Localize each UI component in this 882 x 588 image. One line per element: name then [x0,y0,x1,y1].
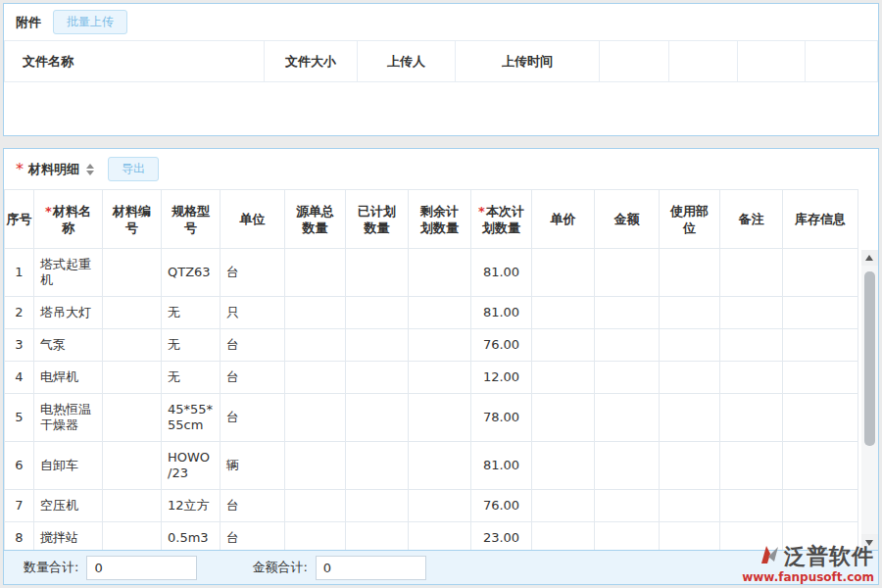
material-cell: 气泵 [34,329,103,362]
material-table-row[interactable]: 5电热恒温干燥器45*55*55cm台78.00 [5,394,858,442]
material-cell [285,522,346,551]
vendor-brand-name: 泛普软件 [784,542,874,571]
material-cell [783,249,858,297]
material-detail-panel: * 材料明细 导出 序号 *材料名称 材料编号 规格型号 [3,148,879,585]
material-table-row[interactable]: 6自卸车HOWO/23辆81.00 [5,442,858,490]
material-cell [720,490,783,522]
col-header-empty-3 [738,41,806,82]
material-cell [532,522,595,551]
material-cell: 搅拌站 [34,522,103,551]
material-cell [285,442,346,490]
attachment-panel-header: 附件 批量上传 [4,4,878,40]
material-cell [285,394,346,442]
material-cell: 2 [5,297,34,329]
page: 附件 批量上传 文件名称 文件大小 上传人 上传时间 [0,0,882,588]
export-button[interactable]: 导出 [108,157,159,181]
material-cell [409,490,471,522]
col-header-file-size: 文件大小 [265,41,358,82]
material-cell [346,329,409,362]
material-cell [720,394,783,442]
material-table-row[interactable]: 2塔吊大灯无只81.00 [5,297,858,329]
material-cell [103,249,162,297]
attachment-table: 文件名称 文件大小 上传人 上传时间 [4,40,878,82]
material-table-row[interactable]: 4电焊机无台12.00 [5,362,858,394]
batch-upload-button[interactable]: 批量上传 [53,10,127,34]
col-header-empty-2 [669,41,738,82]
material-table-row[interactable]: 8搅拌站0.5m3台23.00 [5,522,858,551]
vendor-watermark: 泛普软件 www.fanpusoft.com [742,542,874,584]
material-header-row: 序号 *材料名称 材料编号 规格型号 单位 源单总数量 已计划数量 剩余计划数量… [5,190,858,249]
material-cell [595,394,660,442]
material-cell [783,297,858,329]
amount-total-input[interactable] [316,556,426,580]
material-cell [532,394,595,442]
material-cell: 5 [5,394,34,442]
material-cell: 台 [220,394,285,442]
material-cell: 空压机 [34,490,103,522]
material-cell [346,442,409,490]
col-header-current-plan-qty: *本次计划数量 [471,190,532,249]
scroll-up-icon[interactable] [861,250,878,266]
material-cell [660,442,720,490]
attachment-header-row: 文件名称 文件大小 上传人 上传时间 [5,41,878,82]
material-cell [409,329,471,362]
material-cell [285,297,346,329]
col-header-planned-qty: 已计划数量 [346,190,409,249]
required-marker: * [45,204,52,219]
vendor-brand-row: 泛普软件 [742,542,874,571]
material-cell [660,297,720,329]
amount-total-label: 金额合计: [252,559,307,576]
material-cell [409,297,471,329]
material-cell: 81.00 [471,297,532,329]
material-cell [595,297,660,329]
material-cell [285,490,346,522]
material-cell [346,394,409,442]
material-cell [595,490,660,522]
vertical-scrollbar[interactable] [861,250,878,550]
material-cell [720,329,783,362]
vendor-url: www.fanpusoft.com [742,570,874,584]
material-cell: 无 [162,362,220,394]
attachment-empty-body [4,82,878,135]
material-cell: 7 [5,490,34,522]
material-cell [409,249,471,297]
material-cell [595,362,660,394]
material-table-body: 1塔式起重机QTZ63台81.002塔吊大灯无只81.003气泵无台76.004… [5,249,858,551]
material-cell [103,522,162,551]
material-cell: 0.5m3 [162,522,220,551]
col-header-uploader: 上传人 [358,41,456,82]
material-cell [285,362,346,394]
material-cell: 78.00 [471,394,532,442]
material-cell [103,394,162,442]
sort-toggle-icon[interactable] [86,164,94,175]
material-cell [595,442,660,490]
material-table-row[interactable]: 3气泵无台76.00 [5,329,858,362]
material-cell [532,249,595,297]
required-marker: * [478,204,485,219]
material-cell [532,329,595,362]
material-cell: QTZ63 [162,249,220,297]
material-table-row[interactable]: 7空压机12立方台76.00 [5,490,858,522]
material-cell [660,329,720,362]
quantity-total-input[interactable] [86,556,197,580]
material-cell: 81.00 [471,442,532,490]
col-header-material-name: *材料名称 [34,190,103,249]
material-cell: 电焊机 [34,362,103,394]
material-cell [783,362,858,394]
material-cell [660,394,720,442]
material-cell: 12.00 [471,362,532,394]
col-header-amount: 金额 [595,190,660,249]
material-cell [346,362,409,394]
col-header-upload-time: 上传时间 [456,41,600,82]
material-table-area: 序号 *材料名称 材料编号 规格型号 单位 源单总数量 已计划数量 剩余计划数量… [4,189,878,550]
material-table-row[interactable]: 1塔式起重机QTZ63台81.00 [5,249,858,297]
material-cell [103,442,162,490]
scrollbar-thumb[interactable] [864,271,875,446]
material-cell [783,490,858,522]
material-cell: 辆 [220,442,285,490]
material-cell [595,522,660,551]
material-cell [409,442,471,490]
material-cell [346,490,409,522]
material-cell [720,297,783,329]
quantity-total-label: 数量合计: [24,559,78,576]
